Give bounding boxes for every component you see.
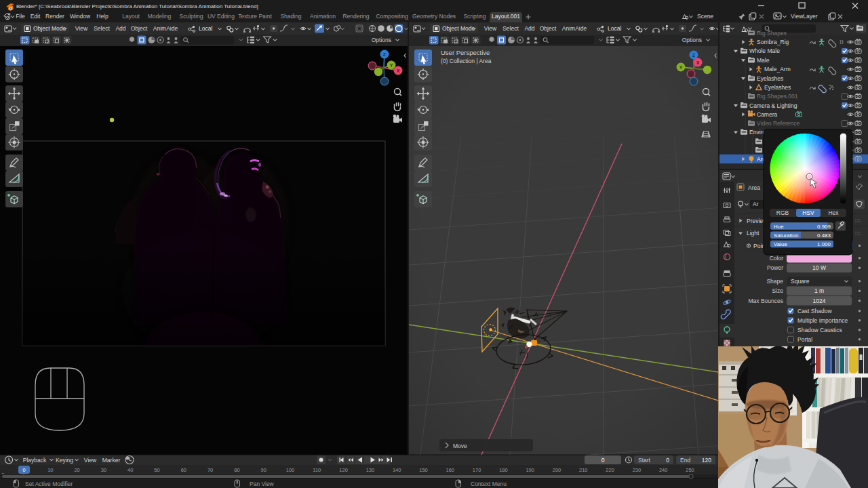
svg-text:Edit: Edit [31,13,41,20]
svg-text:Sculpting: Sculpting [180,13,203,20]
svg-text:Local: Local [608,25,621,32]
svg-text:30: 30 [101,467,106,473]
svg-text:End: End [680,457,690,464]
svg-text:Window: Window [70,13,91,20]
svg-text:210: 210 [579,467,588,473]
svg-text:Object: Object [131,25,148,32]
svg-text:AnimAide: AnimAide [562,25,587,32]
svg-text:Compositing: Compositing [376,13,408,20]
svg-text:View: View [75,25,88,32]
svg-text:Shading: Shading [280,13,301,20]
svg-text:10: 10 [47,467,53,473]
svg-text:Select: Select [502,25,519,32]
svg-text:Render: Render [45,13,64,20]
svg-text:Layout: Layout [122,13,140,20]
svg-text:130: 130 [366,467,375,473]
svg-text:Keying: Keying [56,457,73,464]
svg-text:120: 120 [339,467,348,473]
svg-text:Options: Options [682,37,702,43]
svg-text:160: 160 [446,467,455,473]
svg-text:View: View [484,25,497,32]
svg-text:Add: Add [524,25,534,32]
svg-text:ViewLayer: ViewLayer [791,13,818,20]
svg-text:240: 240 [659,467,668,473]
svg-text:Portal: Portal [797,336,812,343]
svg-text:Power: Power [767,264,783,271]
svg-text:Rendering: Rendering [342,13,369,20]
svg-text:70: 70 [208,467,213,473]
svg-text:Start: Start [638,457,651,464]
svg-text:1024: 1024 [813,298,826,304]
svg-text:100: 100 [286,467,295,473]
svg-text:Light: Light [747,230,760,237]
svg-text:90: 90 [261,467,267,473]
svg-text:1 m: 1 m [814,287,824,294]
svg-text:0.483: 0.483 [817,232,831,239]
svg-text:Geometry Nodes: Geometry Nodes [412,13,456,20]
svg-text:UV Editing: UV Editing [208,13,235,20]
svg-text:Sombra_Rig: Sombra_Rig [757,39,789,45]
svg-text:Hex: Hex [828,209,839,216]
svg-text:Camera & Lighting: Camera & Lighting [749,102,797,109]
svg-text:View: View [84,457,97,464]
svg-text:Marker: Marker [102,457,121,464]
svg-text:X: X [397,68,400,73]
svg-text:Set Active Modifier: Set Active Modifier [25,481,73,487]
svg-text:230: 230 [633,467,642,473]
svg-text:Camera: Camera [757,111,778,118]
svg-text:Shadow Caustics: Shadow Caustics [797,327,842,333]
svg-text:Square: Square [791,278,810,285]
svg-text:Whole Male: Whole Male [749,47,780,54]
svg-text:AnimAide: AnimAide [153,25,178,32]
svg-text:X: X [696,60,700,65]
svg-text:Options: Options [372,37,391,43]
svg-text:Object: Object [540,25,557,32]
svg-text:RGB: RGB [776,209,789,216]
svg-text:Male_Arm: Male_Arm [764,66,791,73]
svg-text:Scripting: Scripting [463,13,486,20]
svg-text:Cast Shadow: Cast Shadow [797,308,832,314]
svg-text:40: 40 [127,467,133,473]
svg-text:Local: Local [199,25,212,32]
svg-text:Y: Y [390,63,393,68]
svg-text:Help: Help [96,13,108,20]
svg-text:Scene: Scene [697,13,713,20]
svg-text:1.000: 1.000 [817,241,831,247]
svg-text:10 W: 10 W [812,264,826,271]
svg-text:Area: Area [748,184,760,191]
svg-text:190: 190 [526,467,534,473]
svg-text:Size: Size [772,287,783,294]
svg-text:Layout.001: Layout.001 [492,13,520,20]
svg-text:Ar: Ar [753,201,759,207]
svg-text:60: 60 [181,467,186,473]
svg-text:80: 80 [234,467,239,473]
svg-text:Object Mode: Object Mode [33,25,66,32]
svg-text:20: 20 [74,467,79,473]
svg-text:0: 0 [666,457,669,464]
svg-text:Max Bounces: Max Bounces [749,298,784,304]
svg-text:Eyelashes: Eyelashes [764,84,791,91]
svg-text:Move: Move [453,443,467,449]
svg-text:Pan View: Pan View [250,481,275,487]
svg-text:Video Reference: Video Reference [757,120,800,127]
svg-text:180: 180 [499,467,508,473]
svg-text:50: 50 [154,467,159,473]
svg-text:200: 200 [553,467,561,473]
svg-text:Y: Y [679,65,683,70]
svg-text:Modeling: Modeling [148,13,172,20]
svg-text:File: File [16,13,25,20]
svg-text:0.909: 0.909 [817,224,831,230]
svg-text:Multiple Importance: Multiple Importance [797,317,848,324]
svg-text:Animation: Animation [310,13,336,20]
svg-text:User Perspective: User Perspective [441,49,490,56]
svg-text:0: 0 [601,457,605,464]
svg-text:Select: Select [94,25,110,32]
svg-text:Texture Paint: Texture Paint [238,13,272,20]
svg-text:Z: Z [692,53,696,58]
svg-text:0: 0 [22,467,25,473]
svg-text:170: 170 [473,467,481,473]
svg-text:250: 250 [686,467,694,473]
svg-text:Z: Z [383,52,387,57]
svg-text:(0) Collection | Area: (0) Collection | Area [441,58,492,64]
svg-text:Blender* [C:\Seabrook\Blender: Blender* [C:\Seabrook\Blender Projects\S… [16,3,258,9]
